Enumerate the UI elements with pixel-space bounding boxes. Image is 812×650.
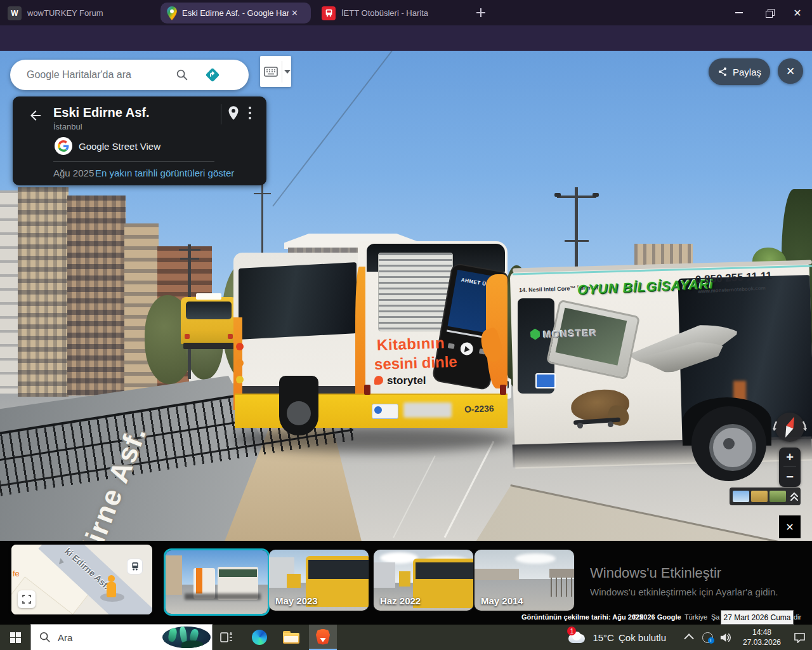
preview-thumbnail: [769, 491, 786, 502]
desktop: W wowTURKEY Forum Eski Edirne Asf. - Goo…: [0, 0, 812, 650]
file-explorer-icon[interactable]: [277, 625, 305, 650]
browser-toolbar: google.com /maps/@41.1170832,28.8502126,…: [0, 25, 812, 51]
footer-terms-link[interactable]: Şa: [711, 613, 719, 621]
tab-iett[interactable]: İETT Otobüsleri - Harita: [315, 3, 471, 23]
footer-region-link[interactable]: Türkiye: [684, 613, 707, 621]
footer-capture-date: Görüntünün çekilme tarihi: Ağu 2025: [521, 613, 643, 621]
place-title: Eski Edirne Asf.: [53, 105, 150, 120]
search-highlight-art[interactable]: [162, 627, 211, 648]
tab-title: Eski Edirne Asf. - Google Haritala: [182, 8, 289, 18]
expand-minimap-button[interactable]: [18, 590, 36, 608]
new-tab-button[interactable]: [475, 6, 487, 19]
restore-button[interactable]: [755, 0, 784, 25]
bus-ad-line1: Kitabının: [377, 334, 445, 354]
brave-taskbar-button[interactable]: [309, 625, 337, 650]
share-icon: [717, 67, 728, 77]
history-link[interactable]: En yakın tarihli görüntüleri göster: [95, 168, 234, 178]
zoom-control: + −: [779, 448, 801, 487]
more-options-icon[interactable]: [249, 107, 251, 119]
bottom-strip: ki Edirne Asf. fe: [0, 541, 812, 625]
temperature-label: 15°C: [593, 632, 614, 643]
thumbnail-haz-2022[interactable]: Haz 2022: [374, 550, 473, 611]
thumbnail-may-2014[interactable]: May 2014: [475, 550, 574, 611]
preview-thumbnail: [751, 491, 768, 502]
footer-copyright: © 2026 Google: [632, 613, 681, 621]
close-window-button[interactable]: ✕: [783, 0, 812, 25]
clock[interactable]: 14:48 27.03.2026: [740, 627, 784, 647]
thumbnail-label: May 2014: [481, 595, 523, 606]
imagery-date: Ağu 2025: [53, 168, 94, 178]
monster-logo: MONSTER: [530, 326, 598, 340]
source-label: Google Street View: [79, 141, 160, 152]
street-view-canvas[interactable]: Edirne Asf.: [0, 51, 812, 541]
footer-feedback-link[interactable]: dir: [794, 613, 801, 621]
license-plate: [403, 402, 452, 418]
place-pin-icon[interactable]: [227, 105, 240, 121]
tab-wowturkey[interactable]: W wowTURKEY Forum: [3, 3, 157, 23]
building: [67, 196, 126, 395]
center-bus: AHMET ÜMİT Kitabının sesini dinle storyt…: [233, 241, 508, 441]
google-maps-pin-favicon: [167, 6, 177, 20]
preview-thumbnail: [733, 491, 749, 502]
bus-ad-brand: storytel: [387, 375, 426, 387]
keyboard-button[interactable]: [260, 56, 291, 87]
minimap[interactable]: ki Edirne Asf. fe: [11, 545, 152, 614]
weather-widget[interactable]: 1 15°C Çok bulutlu: [566, 625, 666, 650]
thumbnail-aug-2025[interactable]: Ağu 2025: [164, 548, 270, 616]
place-info-panel: Eski Edirne Asf. İstanbul Google Street …: [13, 96, 266, 185]
imagery-preview-bar[interactable]: [730, 488, 801, 505]
pegman-icon[interactable]: [99, 575, 124, 603]
minimize-button[interactable]: [724, 0, 754, 25]
fleet-number: O-2236: [464, 403, 494, 415]
tab-title: İETT Otobüsleri - Harita: [341, 8, 428, 18]
windows-watermark: Windows'u Etkinleştir Windows'u etkinleş…: [590, 565, 778, 597]
directions-icon[interactable]: [204, 67, 221, 83]
close-strip-button[interactable]: ✕: [779, 515, 801, 538]
tab-close-icon[interactable]: ✕: [291, 8, 298, 18]
start-button[interactable]: [0, 625, 30, 650]
wowturkey-favicon: W: [8, 6, 22, 20]
keyboard-icon: [264, 67, 278, 77]
taskbar-search-input[interactable]: [56, 632, 154, 644]
tab-maps-active[interactable]: Eski Edirne Asf. - Google Haritala ✕: [160, 3, 311, 23]
weather-desc-label: Çok bulutlu: [619, 632, 666, 643]
compass[interactable]: [775, 413, 804, 442]
place-subtitle: İstanbul: [53, 122, 82, 131]
brave-icon: [316, 629, 330, 645]
volume-icon[interactable]: [716, 625, 735, 650]
thumbnail-label: May 2023: [275, 595, 318, 606]
expand-icon: [22, 595, 31, 604]
clock-date: 27.03.2026: [740, 637, 784, 647]
taskbar: 1 15°C Çok bulutlu i 14:48 27.03.2026: [0, 625, 812, 650]
tab-title: wowTURKEY Forum: [27, 8, 103, 18]
network-icon[interactable]: i: [699, 625, 716, 650]
building: [0, 190, 19, 394]
thumbnail-label: Haz 2022: [380, 595, 421, 606]
watermark-line2: Windows'u etkinleştirmek için Ayarlar'a …: [590, 587, 778, 597]
yellow-bus-left: [181, 297, 237, 350]
back-icon[interactable]: [28, 108, 43, 123]
close-streetview-button[interactable]: ✕: [778, 58, 803, 84]
building: [18, 187, 69, 397]
task-view-button[interactable]: [213, 625, 240, 650]
iett-favicon: [322, 6, 336, 20]
tray-chevron-icon[interactable]: [680, 625, 699, 650]
bus-ad-line2: sesini dinle: [374, 353, 458, 374]
maps-search-box[interactable]: [10, 60, 249, 90]
thumbnail-may-2023[interactable]: May 2023: [269, 550, 369, 611]
notification-icon[interactable]: [787, 625, 812, 650]
search-icon[interactable]: [175, 68, 189, 82]
date-tooltip: 27 Mart 2026 Cuma: [721, 610, 794, 625]
search-input[interactable]: [25, 69, 174, 81]
chevron-down-icon[interactable]: [284, 70, 291, 74]
edge-icon[interactable]: [246, 625, 273, 650]
bus-stop-icon[interactable]: [127, 559, 143, 574]
google-logo-icon: [55, 137, 72, 155]
right-bus: 14. Nesil Intel Core™ İşlemcili OYUN BİL…: [513, 246, 812, 495]
zoom-in-button[interactable]: +: [779, 448, 801, 467]
taskbar-search-box[interactable]: [30, 624, 213, 650]
taskbar-search-icon: [39, 632, 51, 643]
share-button[interactable]: Paylaş: [709, 58, 770, 85]
zoom-out-button[interactable]: −: [779, 467, 801, 486]
minimap-poi-label: fe: [13, 569, 20, 578]
